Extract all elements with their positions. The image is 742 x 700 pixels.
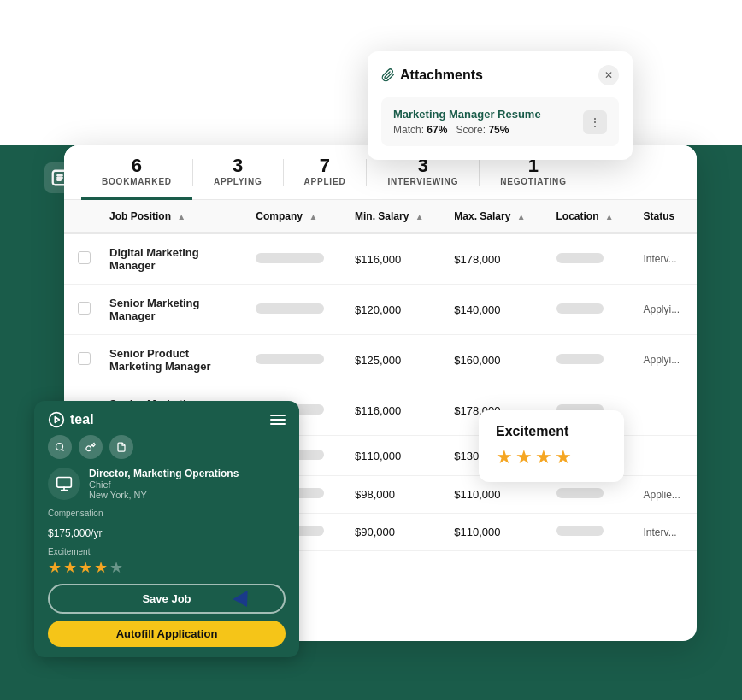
max-salary-cell: $178,000 (442, 233, 544, 285)
status-cell: Interv... (632, 514, 697, 551)
modal-close-button[interactable]: ✕ (598, 65, 619, 85)
avatar (48, 468, 80, 500)
action-buttons: Save Job Autofill Application (48, 584, 286, 647)
excitement-label: Excitement (48, 547, 286, 556)
attachment-meta: Match: 67% Score: 75% (393, 124, 541, 136)
min-salary-cell: $116,000 (343, 385, 442, 436)
icon-doc[interactable] (109, 435, 133, 459)
profile-job-title: Director, Marketing Operations (89, 468, 238, 479)
star-5: ★ (109, 558, 123, 577)
col-min-salary[interactable]: Min. Salary ▲ (343, 200, 442, 233)
col-location[interactable]: Location ▲ (545, 200, 632, 233)
profile-row: Director, Marketing Operations Chief New… (48, 468, 286, 500)
profile-location: New York, NY (89, 490, 238, 500)
status-cell (632, 385, 697, 436)
max-salary-cell: $110,000 (442, 514, 544, 551)
svg-point-4 (56, 444, 63, 450)
play-icon (48, 411, 65, 428)
compensation-label: Compensation (48, 509, 286, 518)
star-4: ★ (94, 558, 108, 577)
star-3: ★ (535, 446, 552, 468)
paperclip-icon (381, 68, 395, 82)
svg-rect-6 (57, 478, 72, 488)
col-job-position[interactable]: Job Position ▲ (97, 200, 244, 233)
app-logo: teal (48, 411, 94, 428)
star-1: ★ (48, 558, 62, 577)
status-cell: Applie... (632, 476, 697, 514)
tab-applying[interactable]: 3 APPLYING (193, 145, 283, 200)
icon-key[interactable] (79, 435, 103, 459)
icon-search[interactable] (48, 435, 72, 459)
star-4: ★ (555, 446, 572, 468)
attachment-name: Marketing Manager Resume (393, 108, 541, 121)
svg-marker-3 (55, 417, 59, 423)
excitement-popup: Excitement ★ ★ ★ ★ ★ (479, 410, 624, 482)
min-salary-cell: $120,000 (343, 285, 442, 335)
tab-applied[interactable]: 7 APPLIED (284, 145, 367, 200)
min-salary-cell: $116,000 (343, 233, 442, 285)
min-salary-cell: $125,000 (343, 335, 442, 385)
row-checkbox[interactable] (78, 302, 91, 315)
autofill-button[interactable]: Autofill Application (48, 621, 286, 647)
location-cell (545, 514, 632, 551)
table-row: Senior Marketing Manager $120,000 $140,0… (64, 285, 697, 335)
svg-point-0 (703, 69, 709, 75)
row-checkbox[interactable] (78, 352, 91, 365)
excitement-stars: ★ ★ ★ ★ ★ (48, 558, 286, 577)
col-max-salary[interactable]: Max. Salary ▲ (442, 200, 544, 233)
icons-row (48, 435, 286, 459)
location-cell (545, 233, 632, 285)
svg-point-2 (50, 413, 64, 427)
attachment-item: Marketing Manager Resume Match: 67% Scor… (381, 97, 619, 146)
star-2: ★ (63, 558, 77, 577)
company-cell (244, 285, 343, 335)
job-position-cell: Senior Marketing Manager (97, 285, 244, 335)
attachments-modal: Attachments ✕ Marketing Manager Resume M… (368, 51, 633, 160)
star-3: ★ (79, 558, 92, 577)
sort-arrow-min-salary: ▲ (415, 212, 424, 221)
company-cell (244, 335, 343, 385)
status-cell (632, 436, 697, 476)
attachment-options-button[interactable]: ⋮ (583, 110, 607, 134)
table-row: Senior Product Marketing Manager $125,00… (64, 335, 697, 385)
excitement-popup-stars: ★ ★ ★ ★ ★ (496, 446, 607, 468)
min-salary-cell: $110,000 (343, 436, 442, 476)
modal-title: Attachments (381, 68, 483, 83)
excitement-popup-title: Excitement (496, 424, 607, 439)
star-2: ★ (515, 446, 533, 468)
location-cell (545, 335, 632, 385)
max-salary-cell: $140,000 (442, 285, 544, 335)
location-cell (545, 285, 632, 335)
star-5: ★ (574, 446, 592, 468)
status-cell: Interv... (632, 233, 697, 285)
camera-button[interactable] (687, 53, 723, 89)
avatar-icon (56, 475, 73, 492)
job-position-cell: Digital Marketing Manager (97, 233, 244, 285)
star-1: ★ (496, 446, 513, 468)
sort-arrow-max-salary: ▲ (517, 212, 526, 221)
sort-arrow-location: ▲ (605, 212, 614, 221)
sort-arrow-company: ▲ (309, 212, 317, 221)
menu-button[interactable] (270, 415, 286, 425)
table-row: Digital Marketing Manager $116,000 $178,… (64, 233, 697, 285)
tab-bookmarked[interactable]: 6 BOOKMARKED (81, 145, 192, 200)
status-cell: Applyi... (632, 285, 697, 335)
max-salary-cell: $160,000 (442, 335, 544, 385)
bottom-bar: teal Director, Marketing Operations Chie… (34, 401, 299, 657)
status-cell: Applyi... (632, 335, 697, 385)
col-company[interactable]: Company ▲ (244, 200, 343, 233)
row-checkbox[interactable] (78, 251, 91, 264)
col-status[interactable]: Status (632, 200, 697, 233)
svg-line-5 (62, 449, 63, 450)
company-cell (244, 233, 343, 285)
min-salary-cell: $90,000 (343, 514, 442, 551)
min-salary-cell: $98,000 (343, 476, 442, 514)
job-position-cell: Senior Product Marketing Manager (97, 335, 244, 385)
profile-company: Chief (89, 479, 238, 490)
sort-arrow-position: ▲ (177, 212, 186, 221)
profile-info: Director, Marketing Operations Chief New… (89, 468, 238, 500)
compensation-value: $175,000/yr (48, 520, 286, 542)
